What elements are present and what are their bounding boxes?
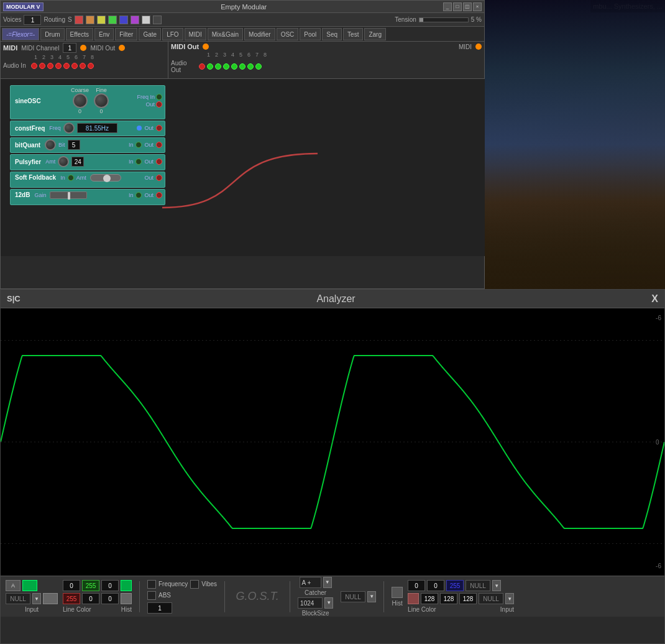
voices-value[interactable]: 1 — [24, 15, 41, 25]
sineosc-freq-in-port[interactable] — [156, 94, 162, 100]
analyzer-close-button[interactable]: X — [651, 293, 658, 305]
vibes-checkbox[interactable] — [190, 580, 199, 589]
audio-out-port-3[interactable] — [215, 63, 221, 70]
audio-in-port-7[interactable] — [80, 63, 86, 69]
minimize-button[interactable]: _ — [443, 2, 452, 11]
green-toggle-left[interactable] — [22, 580, 37, 591]
abs-value[interactable]: 1 — [147, 602, 172, 614]
constfreq-freq-display[interactable]: 81.55Hz — [77, 123, 117, 133]
catcher-arrow[interactable]: ▼ — [323, 577, 332, 588]
audio-in-port-3[interactable] — [47, 63, 53, 69]
right-r[interactable]: 0 — [408, 580, 425, 591]
right-b2[interactable]: 128 — [459, 593, 477, 604]
pulsyfier-in-port[interactable] — [135, 159, 142, 165]
tab-effects[interactable]: Effects — [66, 28, 93, 40]
softfoldback-out-port[interactable] — [156, 175, 162, 181]
audio-out-port-6[interactable] — [239, 63, 245, 70]
audio-in-port-5[interactable] — [63, 63, 70, 69]
constfreq-out-port[interactable] — [156, 125, 162, 131]
tab-env[interactable]: Env — [94, 28, 114, 40]
tab-test[interactable]: Test — [343, 28, 363, 40]
tab-gate[interactable]: Gate — [139, 28, 161, 40]
audio-out-port-8[interactable] — [255, 63, 262, 70]
fine-knob[interactable] — [94, 93, 109, 108]
tab-drum[interactable]: Drum — [40, 28, 64, 40]
catcher-a-dropdown[interactable]: A + — [300, 577, 321, 588]
audio-out-port-5[interactable] — [231, 63, 237, 70]
bitquant-bit-display[interactable]: 5 — [68, 140, 80, 150]
pulsyfier-out-port[interactable] — [156, 159, 162, 165]
audio-in-port-6[interactable] — [71, 63, 78, 69]
a-button[interactable]: A — [6, 580, 21, 591]
line-color-r[interactable]: 0 — [63, 580, 80, 591]
color-swatch-red[interactable] — [75, 16, 83, 24]
audio-out-port-2[interactable] — [207, 63, 213, 70]
close-button[interactable]: × — [473, 2, 482, 11]
audio-out-port-1[interactable] — [199, 63, 205, 70]
color-swatch-white[interactable] — [142, 16, 150, 24]
color-swatch-green[interactable] — [108, 16, 117, 24]
bitquant-knob[interactable] — [45, 139, 56, 150]
line-color-b2[interactable]: 0 — [101, 593, 119, 604]
audio-in-port-2[interactable] — [39, 63, 45, 69]
tab-filter[interactable]: Filter — [115, 28, 137, 40]
null-arrow-left[interactable]: ▼ — [32, 593, 41, 604]
color-swatch-purple[interactable] — [131, 16, 139, 24]
waveform-label-top: -6 — [656, 315, 661, 321]
sineosc-out-port[interactable] — [156, 101, 162, 108]
null-box-bottom[interactable]: NULL — [341, 591, 365, 602]
audio-in-port-8[interactable] — [88, 63, 94, 69]
null-right-arrow-bottom[interactable]: ▼ — [505, 593, 514, 604]
tab-pool[interactable]: Pool — [300, 28, 321, 40]
color-swatch-yellow[interactable] — [97, 16, 106, 24]
pulsyfier-knob[interactable] — [58, 156, 69, 167]
tab-modifier[interactable]: Modifier — [244, 28, 275, 40]
gray-toggle-left[interactable] — [43, 593, 58, 604]
right-r2[interactable]: 128 — [421, 593, 438, 604]
audio-in-port-4[interactable] — [55, 63, 62, 69]
color-swatch-blue[interactable] — [119, 16, 128, 24]
null-arrow-bottom[interactable]: ▼ — [367, 591, 376, 602]
pulsyfier-amt-display[interactable]: 24 — [71, 157, 84, 167]
right-g[interactable]: 0 — [427, 580, 444, 591]
null-right-top[interactable]: NULL — [466, 580, 490, 591]
color-swatch-orange[interactable] — [86, 16, 94, 24]
blocksize-arrow[interactable]: ▼ — [324, 597, 333, 609]
line-color-r2[interactable]: 255 — [63, 593, 80, 604]
midi-channel-value[interactable]: 1 — [63, 43, 76, 53]
coarse-knob[interactable] — [73, 93, 88, 108]
null-right-arrow-top[interactable]: ▼ — [492, 580, 501, 591]
frequency-checkbox[interactable] — [147, 580, 156, 589]
audio-in-port-1[interactable] — [31, 63, 37, 69]
tab-seq[interactable]: Seq — [322, 28, 342, 40]
tab-osc[interactable]: OSC — [277, 28, 299, 40]
null-box-left[interactable]: NULL — [6, 593, 30, 604]
12db-in-port[interactable] — [135, 192, 142, 198]
line-color-g2[interactable]: 0 — [82, 593, 99, 604]
tab-mixgain[interactable]: Mix&Gain — [208, 28, 243, 40]
tab-zarg[interactable]: Zarg — [364, 28, 386, 40]
null-right-bottom[interactable]: NULL — [479, 593, 503, 604]
right-g2[interactable]: 128 — [440, 593, 457, 604]
color-swatch-m[interactable] — [153, 16, 162, 24]
line-color-g[interactable]: 255 — [82, 580, 99, 591]
maximize-button[interactable]: □ — [453, 2, 462, 11]
abs-checkbox[interactable] — [147, 591, 156, 600]
line-color-b[interactable]: 0 — [101, 580, 119, 591]
softfoldback-in-port[interactable] — [68, 175, 74, 181]
tab-flexor[interactable]: -=Flexor=- — [2, 28, 39, 40]
blocksize-value[interactable]: 1024 — [298, 597, 323, 609]
bitquant-in-port[interactable] — [135, 142, 142, 148]
tab-midi[interactable]: MIDI — [185, 28, 206, 40]
12db-out-port[interactable] — [156, 192, 162, 198]
audio-out-port-7[interactable] — [247, 63, 254, 70]
constfreq-knob[interactable] — [63, 122, 75, 134]
audio-out-port-4[interactable] — [223, 63, 229, 70]
bitquant-out-port[interactable] — [156, 142, 162, 148]
softfoldback-slider[interactable] — [90, 174, 121, 182]
tab-lfo[interactable]: LFO — [162, 28, 183, 40]
tension-bar[interactable] — [419, 17, 469, 22]
right-b[interactable]: 255 — [446, 580, 464, 591]
12db-slider[interactable] — [50, 191, 87, 199]
restore-button[interactable]: ◫ — [463, 2, 472, 11]
